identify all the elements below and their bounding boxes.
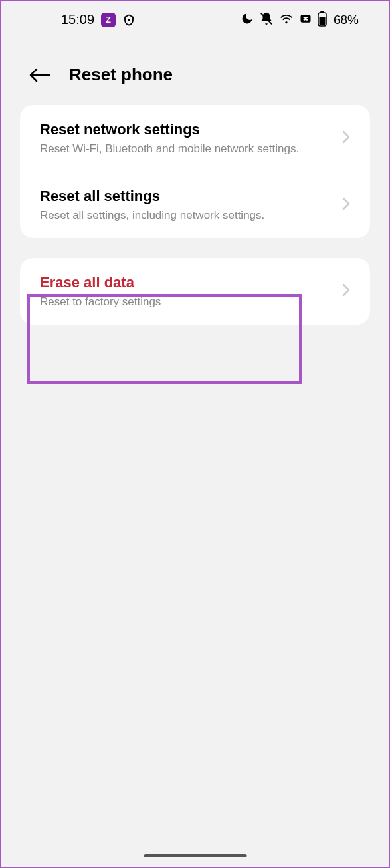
content-area: Reset network settings Reset Wi-Fi, Blue…: [1, 105, 389, 325]
wifi-icon: [279, 11, 294, 29]
chevron-right-icon: [342, 130, 350, 146]
list-item-content: Reset network settings Reset Wi-Fi, Blue…: [40, 121, 332, 156]
settings-card-2: Erase all data Reset to factory settings: [20, 258, 370, 325]
app-badge-z-icon: Z: [101, 13, 116, 27]
status-left: 15:09 Z: [61, 12, 136, 27]
list-item-title: Reset all settings: [40, 188, 332, 205]
svg-point-0: [128, 19, 130, 21]
gesture-bar[interactable]: [144, 854, 246, 857]
back-button[interactable]: [28, 67, 50, 83]
moon-icon: [241, 12, 254, 28]
status-bar: 15:09 Z: [1, 1, 389, 38]
page-title: Reset phone: [69, 65, 173, 85]
data-icon: [299, 12, 312, 28]
svg-rect-4: [320, 11, 324, 13]
erase-all-data-item[interactable]: Erase all data Reset to factory settings: [20, 258, 370, 325]
battery-percent: 68%: [334, 13, 359, 27]
list-item-title: Reset network settings: [40, 121, 332, 138]
list-item-title: Erase all data: [40, 274, 332, 291]
list-item-content: Reset all settings Reset all settings, i…: [40, 188, 332, 222]
list-item-subtitle: Reset Wi-Fi, Bluetooth and mobile networ…: [40, 142, 332, 156]
reset-network-settings-item[interactable]: Reset network settings Reset Wi-Fi, Blue…: [20, 105, 370, 172]
settings-card-1: Reset network settings Reset Wi-Fi, Blue…: [20, 105, 370, 238]
list-item-content: Erase all data Reset to factory settings: [40, 274, 332, 309]
battery-icon: [318, 11, 327, 29]
list-item-subtitle: Reset to factory settings: [40, 295, 332, 309]
shield-icon: [122, 13, 136, 27]
bell-muted-icon: [259, 11, 274, 29]
chevron-right-icon: [342, 283, 350, 299]
status-time: 15:09: [61, 12, 94, 27]
chevron-right-icon: [342, 197, 350, 213]
svg-rect-5: [319, 17, 325, 25]
status-right: 68%: [241, 11, 359, 29]
list-item-subtitle: Reset all settings, including network se…: [40, 209, 332, 222]
arrow-left-icon: [28, 67, 50, 83]
reset-all-settings-item[interactable]: Reset all settings Reset all settings, i…: [20, 172, 370, 238]
page-header: Reset phone: [1, 38, 389, 105]
